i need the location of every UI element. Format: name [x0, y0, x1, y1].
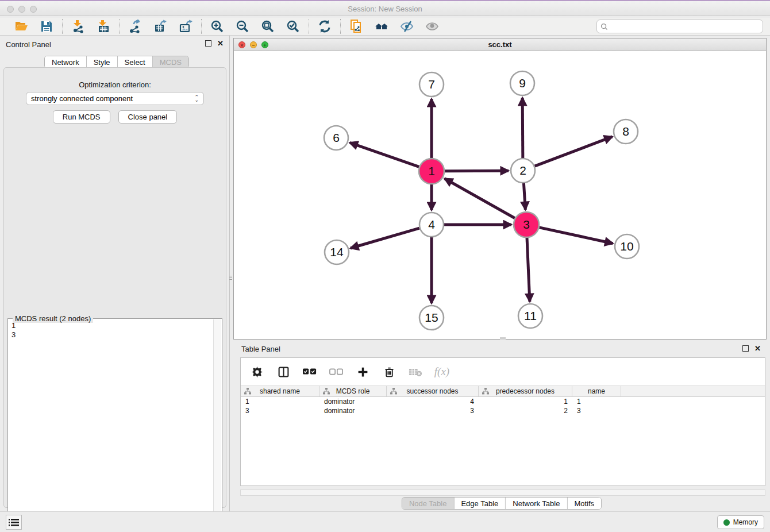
table-panel-tabs: Node TableEdge TableNetwork TableMotifs — [402, 497, 602, 510]
tab-node-table[interactable]: Node Table — [402, 498, 455, 509]
edge-1-2[interactable] — [445, 171, 509, 171]
svg-text:14: 14 — [330, 245, 344, 259]
edge-3-1[interactable] — [445, 179, 515, 218]
graph-node-3[interactable]: 3 — [514, 212, 539, 237]
mcds-result-text[interactable]: 1 3 — [9, 320, 213, 532]
table-cell[interactable]: 2 — [479, 406, 572, 415]
plus-icon[interactable] — [356, 365, 369, 379]
table-cell[interactable]: dominator — [319, 406, 387, 415]
search-input[interactable] — [610, 22, 759, 30]
svg-text:9: 9 — [519, 76, 526, 90]
table-row[interactable]: 1dominator411 — [241, 397, 765, 406]
panel-splitter-handle[interactable] — [229, 270, 232, 285]
zoom-in-icon[interactable] — [210, 19, 225, 34]
home-icon[interactable] — [374, 19, 389, 34]
graph-node-8[interactable]: 8 — [614, 119, 638, 144]
table-cell[interactable]: 3 — [572, 406, 621, 415]
network-window-title: scc.txt — [234, 40, 766, 49]
float-table-panel-icon[interactable] — [742, 345, 749, 352]
graph-node-11[interactable]: 11 — [518, 304, 542, 328]
graph-node-9[interactable]: 9 — [510, 71, 534, 95]
table-cell[interactable]: 1 — [572, 397, 621, 406]
column-header-predecessor-nodes[interactable]: predecessor nodes — [479, 386, 572, 396]
tab-mcds[interactable]: MCDS — [153, 56, 188, 68]
close-table-panel-icon[interactable]: ✕ — [754, 345, 761, 352]
hide-eye-icon[interactable] — [399, 19, 414, 34]
network-canvas[interactable]: 7968124314101511 — [234, 51, 766, 339]
table-cell[interactable]: 3 — [387, 406, 479, 415]
graph-node-6[interactable]: 6 — [324, 126, 348, 150]
tab-edge-table[interactable]: Edge Table — [454, 498, 506, 509]
table-row[interactable]: 3dominator323 — [241, 406, 765, 415]
result-scrollbar[interactable] — [213, 319, 221, 532]
control-panel-tabs: NetworkStyleSelectMCDS — [44, 56, 189, 68]
column-header-name[interactable]: name — [572, 386, 621, 396]
column-header-shared-name[interactable]: shared name — [241, 386, 319, 396]
unchecked-boxes-icon[interactable] — [329, 365, 343, 379]
import-network-icon[interactable] — [71, 19, 86, 34]
table-cell[interactable]: 1 — [241, 397, 319, 406]
edge-3-11[interactable] — [527, 238, 530, 302]
table-header-row: shared nameMCDS rolesuccessor nodesprede… — [241, 385, 765, 397]
graph-node-1[interactable]: 1 — [419, 159, 444, 184]
task-list-button[interactable] — [6, 515, 22, 530]
optimization-criterion-dropdown[interactable]: strongly connected component ⌃⌄ — [26, 92, 204, 105]
function-icon[interactable]: f(x) — [435, 365, 449, 379]
run-mcds-button[interactable]: Run MCDS — [53, 110, 110, 124]
duplicate-network-icon[interactable] — [349, 19, 364, 34]
status-bar: Memory — [0, 511, 770, 532]
float-panel-icon[interactable] — [205, 40, 211, 47]
tab-motifs[interactable]: Motifs — [567, 498, 601, 509]
close-panel-icon[interactable]: ✕ — [217, 40, 224, 47]
tab-network[interactable]: Network — [45, 56, 87, 68]
zoom-selected-icon[interactable] — [286, 19, 301, 34]
graph-node-2[interactable]: 2 — [511, 159, 535, 183]
graph-node-14[interactable]: 14 — [325, 240, 349, 264]
network-window-titlebar[interactable]: × − + scc.txt — [234, 38, 766, 51]
split-columns-icon[interactable] — [276, 365, 290, 379]
trash-icon[interactable] — [382, 365, 396, 379]
edge-1-6[interactable] — [350, 142, 419, 167]
svg-text:7: 7 — [428, 78, 435, 91]
network-resize-handle[interactable] — [500, 337, 506, 340]
delete-table-icon[interactable] — [409, 365, 422, 379]
export-image-icon[interactable] — [178, 19, 193, 34]
graph-node-15[interactable]: 15 — [419, 306, 444, 330]
export-table-icon[interactable] — [153, 19, 168, 34]
graph-node-10[interactable]: 10 — [615, 234, 639, 259]
column-header-successor-nodes[interactable]: successor nodes — [387, 386, 479, 396]
gear-icon[interactable] — [250, 365, 264, 379]
graph-node-4[interactable]: 4 — [419, 213, 444, 237]
edge-3-10[interactable] — [539, 228, 613, 244]
show-eye-icon[interactable] — [425, 19, 440, 34]
svg-text:2: 2 — [519, 164, 526, 177]
checked-boxes-icon[interactable] — [303, 365, 317, 379]
graph-node-7[interactable]: 7 — [419, 72, 444, 97]
search-icon — [600, 23, 608, 30]
table-cell[interactable]: 4 — [387, 397, 479, 406]
tab-network-table[interactable]: Network Table — [506, 498, 567, 509]
open-folder-icon[interactable] — [14, 19, 29, 34]
zoom-fit-icon[interactable] — [260, 19, 275, 34]
import-table-icon[interactable] — [96, 19, 111, 34]
save-icon[interactable] — [39, 19, 54, 34]
memory-button[interactable]: Memory — [717, 515, 764, 529]
svg-text:15: 15 — [425, 311, 438, 324]
edge-4-14[interactable] — [351, 228, 419, 248]
zoom-out-icon[interactable] — [235, 19, 250, 34]
column-header-MCDS-role[interactable]: MCDS role — [319, 386, 387, 396]
search-field[interactable] — [596, 20, 763, 33]
export-network-icon[interactable] — [128, 19, 143, 34]
close-panel-button[interactable]: Close panel — [118, 110, 178, 124]
hierarchy-icon — [244, 388, 251, 395]
tab-select[interactable]: Select — [118, 56, 153, 68]
table-cell[interactable]: 3 — [241, 406, 319, 415]
edge-2-3[interactable] — [523, 183, 525, 210]
edge-2-8[interactable] — [535, 137, 613, 166]
table-cell[interactable]: dominator — [319, 397, 387, 406]
table-horizontal-scrollbar[interactable] — [240, 489, 765, 496]
edge-2-9[interactable] — [522, 98, 523, 158]
tab-style[interactable]: Style — [87, 56, 118, 68]
refresh-icon[interactable] — [317, 19, 332, 34]
table-cell[interactable]: 1 — [479, 397, 572, 406]
